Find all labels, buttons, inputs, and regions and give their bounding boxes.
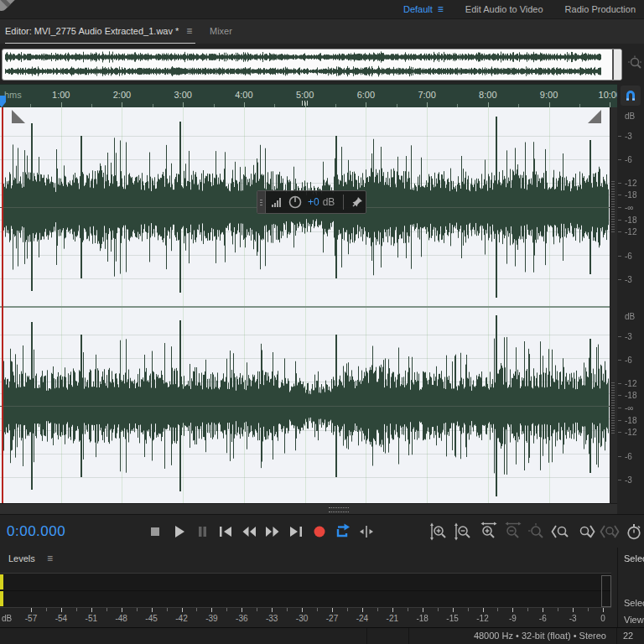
snap-button[interactable] <box>621 86 641 106</box>
playhead-flag[interactable] <box>0 96 6 107</box>
hud-grip-handle[interactable] <box>257 191 266 213</box>
time-display[interactable]: 0:00.000 <box>7 515 65 548</box>
stop-button[interactable] <box>144 521 165 543</box>
meter-residual-right <box>0 591 3 606</box>
panel-menu-icon[interactable]: ≡ <box>47 553 53 564</box>
playhead-line[interactable] <box>2 107 3 503</box>
play-button[interactable] <box>168 521 189 543</box>
overview-waveform-canvas[interactable] <box>3 50 612 79</box>
zoom-out-time-icon <box>502 522 522 542</box>
levels-scale-tick <box>332 608 333 612</box>
levels-scale-label: -24 <box>356 614 368 623</box>
timeline-row: hms 1:002:003:004:005:006:007:008:009:00… <box>0 84 644 107</box>
db-scale-tick <box>618 395 621 396</box>
record-button[interactable] <box>309 521 330 543</box>
zoom-in-amplitude-button[interactable] <box>428 521 449 543</box>
levels-scale-tick <box>527 608 528 611</box>
tab-editor[interactable]: Editor: MVI_2775 Audio Extracted_1.wav *… <box>5 19 195 44</box>
levels-scale-tick <box>392 608 393 612</box>
tab-selection-view[interactable]: Selection/View <box>624 553 644 564</box>
levels-scale-tick <box>468 608 469 611</box>
skip-end-button[interactable] <box>285 521 306 543</box>
db-scale-tick <box>618 432 621 433</box>
levels-scale-tick <box>211 608 212 612</box>
levels-scale-tick <box>196 608 197 611</box>
tab-menu-icon[interactable]: ≡ <box>186 25 192 37</box>
levels-scale-label: -30 <box>296 614 308 623</box>
zoom-in-time-button[interactable] <box>477 521 498 543</box>
levels-scale-tick <box>497 608 498 611</box>
levels-scale-tick <box>257 608 257 611</box>
timeline-ruler[interactable]: hms 1:002:003:004:005:006:007:008:009:00… <box>0 84 617 108</box>
resize-grip-icon[interactable] <box>329 507 349 512</box>
stop-icon <box>145 522 165 542</box>
rewind-button[interactable] <box>238 521 259 543</box>
levels-scale-label: -18 <box>416 614 428 623</box>
panel-resize-strip[interactable] <box>0 503 617 514</box>
stopwatch-button[interactable] <box>623 521 644 543</box>
zoom-to-selection-icon <box>600 522 620 542</box>
levels-panel: Levels ≡ dB-57-54-51-48-45-42-39-36-33-3… <box>0 548 617 627</box>
overview-row <box>0 44 644 84</box>
levels-scale-tick <box>137 608 138 611</box>
db-scale-label: dB <box>617 312 644 321</box>
tab-editor-label: Editor: MVI_2775 Audio Extracted_1.wav * <box>5 26 179 36</box>
levels-scale-label: -3 <box>569 614 577 623</box>
levels-scale-tick <box>226 608 227 611</box>
vertical-zoom-scrollbar[interactable] <box>610 107 617 503</box>
panel-tab-bar: Editor: MVI_2775 Audio Extracted_1.wav *… <box>0 19 644 44</box>
levels-scale-tick <box>76 608 77 611</box>
workspace-item-radio-production[interactable]: Radio Production <box>565 4 636 14</box>
zoom-in-left-edge-button[interactable] <box>550 521 571 543</box>
select-all-corner-handle-icon[interactable] <box>12 110 25 123</box>
transport-bar: 0:00.000 <box>0 514 644 548</box>
levels-scale-tick <box>573 608 574 612</box>
levels-header[interactable]: Levels ≡ <box>0 548 617 571</box>
levels-scale-label: -6 <box>539 614 547 623</box>
level-meter <box>0 573 611 608</box>
db-scale-tick <box>618 256 621 257</box>
levels-scale-tick <box>408 608 408 611</box>
levels-scale-label: -36 <box>236 614 247 623</box>
levels-scale-tick <box>483 608 484 612</box>
overview-range-bar[interactable] <box>2 49 622 80</box>
levels-scale-tick <box>317 608 318 611</box>
hud-gain-value[interactable]: +0 <box>308 196 319 208</box>
overview-range-handle[interactable] <box>612 49 621 80</box>
skip-start-button[interactable] <box>215 521 236 543</box>
levels-scale-tick <box>287 608 288 611</box>
hud-separator <box>343 195 344 210</box>
zoom-in-amplitude-icon <box>429 522 449 542</box>
rewind-icon <box>239 522 259 542</box>
workspace-item-edit-audio-to-video[interactable]: Edit Audio to Video <box>465 4 543 14</box>
zoom-in-right-edge-button[interactable] <box>574 521 595 543</box>
selection-row-label: Selection <box>624 598 644 608</box>
levels-scale-label: -15 <box>446 614 458 623</box>
workspace-item-default[interactable]: Default≡ <box>403 3 444 15</box>
status-separator <box>616 628 617 644</box>
tab-mixer[interactable]: Mixer <box>210 19 232 43</box>
pause-button <box>191 521 212 543</box>
forward-button[interactable] <box>262 521 283 543</box>
waveform-channel-right-canvas[interactable] <box>0 308 610 503</box>
channel-divider[interactable] <box>0 306 610 308</box>
current-tool-icon[interactable] <box>0 0 19 13</box>
volume-hud[interactable]: +0 dB <box>257 190 366 214</box>
move-playhead-button[interactable] <box>356 521 377 543</box>
levels-scale-tick <box>242 608 242 612</box>
levels-scale-tick <box>438 608 439 611</box>
pin-icon[interactable] <box>351 195 364 209</box>
waveform-region[interactable]: +0 dB <box>0 107 610 503</box>
zoom-buttons <box>428 521 644 543</box>
loop-button[interactable] <box>332 521 353 543</box>
levels-scale-tick <box>588 608 589 611</box>
zoom-out-amplitude-button[interactable] <box>453 521 474 543</box>
db-scale-tick <box>618 159 621 160</box>
workspace-menu-icon[interactable]: ≡ <box>438 3 444 15</box>
zoom-full-icon[interactable] <box>626 55 644 73</box>
db-scale-tick <box>618 207 621 208</box>
levels-scale-label: -27 <box>326 614 338 623</box>
db-scale-tick <box>618 195 621 195</box>
select-all-corner-handle-icon[interactable] <box>588 110 601 123</box>
gain-knob-icon[interactable] <box>288 195 303 210</box>
